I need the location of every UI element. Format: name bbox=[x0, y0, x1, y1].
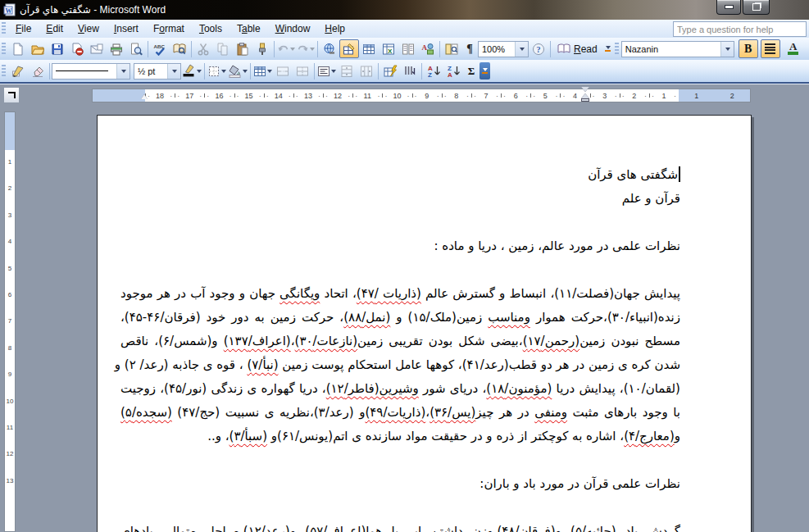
distribute-columns-button[interactable] bbox=[357, 61, 376, 80]
format-painter-button[interactable] bbox=[252, 39, 272, 58]
paste-button[interactable] bbox=[233, 39, 252, 58]
sort-ascending-button[interactable]: AZ bbox=[424, 61, 443, 80]
insert-table-small-icon bbox=[253, 65, 266, 78]
tables-toolbar-options-chevron[interactable] bbox=[479, 62, 490, 80]
ruler-right-margin: 12 bbox=[679, 89, 750, 102]
separator bbox=[204, 63, 205, 80]
line-weight-dropdown-arrow[interactable] bbox=[167, 64, 180, 79]
formatting-toolbar-grip[interactable] bbox=[615, 43, 619, 56]
insert-hyperlink-button[interactable] bbox=[320, 39, 339, 58]
line-style-dropdown-arrow[interactable] bbox=[116, 64, 130, 79]
new-document-button[interactable] bbox=[8, 39, 28, 58]
redo-dropdown-arrow[interactable] bbox=[310, 48, 315, 51]
svg-text:W: W bbox=[6, 7, 12, 15]
cell-alignment-dropdown-arrow[interactable] bbox=[331, 70, 336, 73]
excel-worksheet-icon: X bbox=[382, 43, 395, 56]
ruler-margin-number: 1 bbox=[694, 92, 698, 100]
columns-button[interactable] bbox=[398, 39, 418, 58]
font-dropdown-arrow[interactable] bbox=[720, 42, 734, 57]
first-line-indent-marker[interactable] bbox=[581, 87, 589, 92]
insert-excel-worksheet-button[interactable]: X bbox=[379, 39, 398, 58]
border-color-button[interactable] bbox=[181, 64, 202, 78]
shading-dropdown-arrow[interactable] bbox=[243, 70, 248, 73]
bottom-indent-triangle[interactable] bbox=[581, 93, 589, 98]
document-page[interactable]: شگفتی های قرآنقرآن و علم نظرات علمی در م… bbox=[97, 115, 752, 532]
sort-descending-button[interactable]: ZA bbox=[443, 61, 463, 80]
help-question-input[interactable] bbox=[673, 21, 807, 37]
menubar-grip[interactable] bbox=[2, 22, 6, 35]
draw-table-button[interactable] bbox=[8, 61, 28, 80]
tab-selector-button[interactable] bbox=[3, 87, 20, 103]
cell-alignment-button[interactable] bbox=[316, 65, 337, 78]
drawing-button[interactable]: A bbox=[418, 39, 438, 58]
hyperlink-globe-icon bbox=[323, 43, 336, 56]
split-cells-button[interactable] bbox=[293, 61, 312, 80]
show-hide-formatting-button[interactable]: ¶ bbox=[461, 39, 478, 58]
print-preview-button[interactable] bbox=[126, 39, 146, 58]
minimize-button[interactable] bbox=[716, 0, 741, 15]
read-button[interactable]: Read bbox=[552, 42, 602, 57]
outside-border-dropdown-arrow[interactable] bbox=[221, 70, 226, 73]
tables-borders-icon bbox=[343, 43, 356, 56]
document-map-button[interactable] bbox=[442, 39, 461, 58]
line-style-combobox[interactable] bbox=[52, 63, 130, 80]
insert-table-dropdown-arrow[interactable] bbox=[267, 70, 272, 73]
insert-table-menu-button[interactable] bbox=[252, 65, 273, 78]
bold-button[interactable]: B bbox=[739, 39, 758, 58]
font-name-combobox[interactable]: Nazanin bbox=[621, 41, 734, 57]
cut-button[interactable] bbox=[193, 39, 213, 58]
undo-dropdown-arrow[interactable] bbox=[290, 48, 295, 51]
change-text-direction-button[interactable] bbox=[400, 61, 420, 80]
restore-button[interactable] bbox=[743, 0, 770, 15]
merge-cells-button[interactable] bbox=[273, 61, 293, 80]
open-button[interactable] bbox=[28, 39, 48, 58]
autosum-button[interactable]: Σ bbox=[463, 61, 479, 80]
menu-view[interactable]: View bbox=[70, 20, 107, 37]
email-button[interactable] bbox=[87, 39, 107, 58]
horizontal-ruler[interactable]: 181716151413121110987654321 12 bbox=[92, 89, 751, 102]
tables-toolbar-grip[interactable] bbox=[2, 65, 6, 78]
doc-line bbox=[120, 496, 680, 520]
align-right-button[interactable] bbox=[761, 39, 780, 58]
zoom-dropdown-arrow[interactable] bbox=[515, 42, 528, 57]
spelling-error-text: (یس/۳۶) bbox=[429, 405, 475, 420]
insert-table-button[interactable] bbox=[359, 39, 379, 58]
menu-insert[interactable]: Insert bbox=[107, 20, 146, 37]
standard-toolbar-grip[interactable] bbox=[2, 43, 6, 56]
spelling-error-text: (رحمن/۱۷) bbox=[523, 334, 580, 348]
border-color-dropdown-arrow[interactable] bbox=[197, 70, 202, 73]
right-indent-marker[interactable] bbox=[581, 87, 589, 104]
shading-color-button[interactable] bbox=[227, 64, 248, 78]
hanging-indent-marker[interactable] bbox=[141, 94, 148, 99]
outside-border-button[interactable] bbox=[207, 65, 227, 78]
spelling-button[interactable]: ABC bbox=[150, 39, 170, 58]
distribute-rows-button[interactable] bbox=[337, 61, 357, 80]
eraser-button[interactable] bbox=[28, 61, 48, 80]
help-button[interactable]: ? bbox=[529, 39, 548, 58]
menu-tools[interactable]: Tools bbox=[192, 20, 230, 37]
word-app-icon: W bbox=[3, 3, 16, 16]
research-button[interactable] bbox=[170, 39, 189, 58]
line-weight-combobox[interactable]: ½ pt bbox=[134, 63, 181, 80]
undo-button[interactable] bbox=[276, 43, 296, 55]
save-button[interactable] bbox=[48, 39, 67, 58]
spelling-error-text: (اعراف/۵۷) bbox=[305, 524, 366, 532]
toolbar-options-chevron[interactable] bbox=[602, 39, 613, 58]
spelling-error-text: وشیرین(فاطر/۱۲) bbox=[326, 381, 419, 396]
tables-and-borders-button[interactable] bbox=[339, 39, 359, 58]
menu-table[interactable]: Table bbox=[230, 20, 268, 37]
menu-edit[interactable]: Edit bbox=[39, 20, 70, 37]
menu-format[interactable]: Format bbox=[146, 20, 192, 37]
copy-button[interactable] bbox=[213, 39, 233, 58]
zoom-combobox[interactable]: 100% bbox=[478, 41, 529, 57]
indent-box[interactable] bbox=[581, 98, 589, 102]
menu-window[interactable]: Window bbox=[268, 20, 318, 37]
menu-help[interactable]: Help bbox=[317, 20, 352, 37]
table-autoformat-button[interactable] bbox=[380, 61, 400, 80]
redo-button[interactable] bbox=[296, 43, 316, 55]
font-color-button[interactable]: A bbox=[784, 39, 803, 58]
menu-file[interactable]: File bbox=[8, 20, 39, 37]
vertical-ruler[interactable]: 12345678910111213 bbox=[4, 111, 16, 532]
print-button[interactable] bbox=[107, 39, 126, 58]
permission-button[interactable] bbox=[67, 39, 87, 58]
